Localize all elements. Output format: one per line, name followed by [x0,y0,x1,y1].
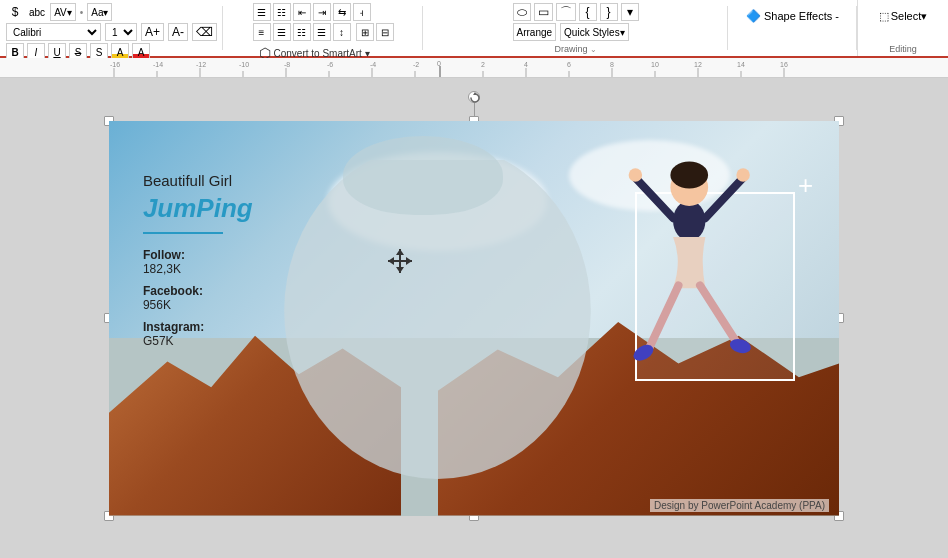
svg-line-40 [706,178,744,218]
font-increase-btn[interactable]: A+ [141,23,164,41]
font-size-select[interactable]: 12 [105,23,137,41]
editing-section: ⬚ Select▾ Editing [858,0,948,56]
svg-text:-2: -2 [413,61,419,68]
svg-text:6: 6 [567,61,571,68]
drawing-group: ⬭ ▭ ⌒ { } ▾ Arrange Quick Styles▾ Drawin… [423,0,728,56]
font-group: $ abc AV▾ • Aa▾ Calibri 12 A+ A- ⌫ B I [0,0,223,56]
follow-label: Follow: [143,248,426,262]
shape-effects-section: 🔷 Shape Effects - [728,0,858,56]
quick-styles-btn[interactable]: Quick Styles▾ [560,23,629,41]
stat-facebook: Facebook: 956K [143,284,426,312]
plus-icon[interactable]: + [798,170,813,201]
shape-effects-icon: 🔷 [746,9,761,23]
svg-text:-14: -14 [153,61,163,68]
rotate-icon [469,92,481,104]
stat-instagram: Instagram: G57K [143,320,426,348]
rtl-btn[interactable]: ⇆ [333,3,351,21]
ribbon: $ abc AV▾ • Aa▾ Calibri 12 A+ A- ⌫ B I [0,0,948,58]
shape-rect-btn[interactable]: ▭ [534,3,553,21]
indent-less-btn[interactable]: ⇤ [293,3,311,21]
text-direction-btn[interactable]: ⊞ [356,23,374,41]
selection-frame: Beautifull Girl JumPing Follow: 182,3K F… [109,121,839,516]
editing-label: Editing [864,42,942,56]
svg-text:14: 14 [737,61,745,68]
svg-point-38 [671,162,709,189]
instagram-value: G57K [143,334,426,348]
align-left-btn[interactable]: ≡ [253,23,271,41]
bottom-credit: Design by PowerPoint Academy (PPA) [650,499,829,512]
svg-text:-6: -6 [327,61,333,68]
svg-text:-4: -4 [370,61,376,68]
shape-brace-btn[interactable]: { [579,3,597,21]
canvas-area[interactable]: Beautifull Girl JumPing Follow: 182,3K F… [0,78,948,558]
follow-value: 182,3K [143,262,426,276]
svg-line-39 [635,178,673,218]
svg-text:12: 12 [694,61,702,68]
instagram-label: Instagram: [143,320,426,334]
drawing-group-label: Drawing ⌄ [429,42,722,56]
justify-btn[interactable]: ☰ [313,23,331,41]
font-av-btn[interactable]: AV▾ [50,3,76,21]
drawing-expand-icon[interactable]: ⌄ [590,45,597,54]
font-aa-btn[interactable]: Aa▾ [87,3,112,21]
svg-text:8: 8 [610,61,614,68]
svg-point-42 [736,169,749,182]
shapes-more-btn[interactable]: ▾ [621,3,639,21]
shape-effects-btn[interactable]: 🔷 Shape Effects - [743,7,842,25]
align-right-btn[interactable]: ☷ [293,23,311,41]
font-name-select[interactable]: Calibri [6,23,101,41]
svg-text:0: 0 [437,60,441,67]
numbering-btn[interactable]: ☷ [273,3,291,21]
svg-text:-16: -16 [110,61,120,68]
svg-text:10: 10 [651,61,659,68]
indent-more-btn[interactable]: ⇥ [313,3,331,21]
ruler: -16 -14 -12 -10 -8 -6 -4 -2 0 2 [0,58,948,78]
jumping-girl [598,140,781,436]
paragraph-group: ☰ ☷ ⇤ ⇥ ⇆ ⫞ ≡ ☰ ☷ ☰ ↕ ⊞ ⊟ ⬡ Convert to [223,0,423,56]
divider-line [143,232,223,234]
columns-btn[interactable]: ⫞ [353,3,371,21]
svg-text:-10: -10 [239,61,249,68]
facebook-label: Facebook: [143,284,426,298]
svg-point-36 [673,201,705,241]
slide-content: Beautifull Girl JumPing Follow: 182,3K F… [109,121,839,516]
font-abc-label: abc [26,3,48,21]
rotate-handle[interactable] [468,91,480,103]
svg-text:-8: -8 [284,61,290,68]
svg-point-41 [629,169,642,182]
select-btn[interactable]: ⬚ Select▾ [876,7,931,25]
svg-line-43 [649,286,679,349]
girl-svg [598,140,781,436]
svg-text:4: 4 [524,61,528,68]
align-text-btn[interactable]: ⊟ [376,23,394,41]
head-shape [343,136,504,215]
ruler-svg: -16 -14 -12 -10 -8 -6 -4 -2 0 2 [0,58,948,77]
shape-bracket-btn[interactable]: } [600,3,618,21]
svg-text:2: 2 [481,61,485,68]
shape-oval-btn[interactable]: ⬭ [513,3,531,21]
line-spacing-btn[interactable]: ↕ [333,23,351,41]
align-center-btn[interactable]: ☰ [273,23,291,41]
svg-text:16: 16 [780,61,788,68]
bullet-btn[interactable]: ☰ [253,3,271,21]
font-decrease-btn[interactable]: A- [168,23,188,41]
shape-curve-btn[interactable]: ⌒ [556,3,576,21]
svg-text:-12: -12 [196,61,206,68]
svg-line-44 [700,286,736,343]
font-dollar-icon: $ [6,3,24,21]
stat-follow: Follow: 182,3K [143,248,426,276]
select-icon: ⬚ [879,10,889,23]
clear-format-btn[interactable]: ⌫ [192,23,217,41]
facebook-value: 956K [143,298,426,312]
arrange-btn[interactable]: Arrange [513,23,557,41]
